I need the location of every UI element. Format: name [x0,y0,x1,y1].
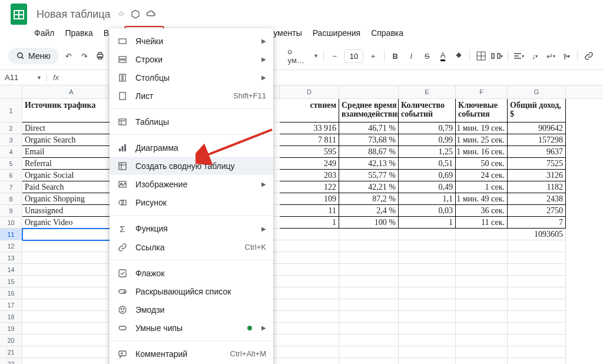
row-header[interactable]: 17 [0,299,22,311]
cell[interactable] [456,252,508,264]
move-icon[interactable] [131,9,140,19]
insert-menu-image[interactable]: Изображение▶ [110,175,273,193]
cell[interactable] [399,276,456,287]
cell[interactable]: Organic Video [22,217,121,229]
insert-menu-cols[interactable]: Столбцы▶ [110,68,273,87]
cell[interactable]: 7 811 [280,134,339,146]
cell[interactable]: Общий доход, $ [508,99,566,123]
cell[interactable]: Paid Search [22,181,121,193]
cell[interactable] [399,264,456,276]
cell[interactable] [399,240,456,252]
row-header[interactable]: 21 [0,346,22,358]
cell[interactable]: 88,67 % [339,146,399,158]
cell[interactable] [280,335,339,346]
cell[interactable]: 909642 [508,123,566,134]
row-header[interactable]: 7 [0,181,22,193]
cell[interactable] [508,240,566,252]
cell[interactable]: 0,69 [399,170,456,181]
cell[interactable] [339,240,399,252]
cell[interactable] [339,299,399,311]
row-header[interactable]: 5 [0,158,22,170]
cell[interactable] [339,358,399,364]
redo-button[interactable]: ↷ [78,48,91,64]
insert-menu-checkbox[interactable]: Флажок [110,264,273,282]
row-header[interactable]: 18 [0,311,22,323]
cell[interactable]: 1 мин. 25 сек. [456,134,508,146]
cell[interactable] [399,346,456,358]
cell[interactable]: 50 сек. [456,158,508,170]
cell[interactable]: 1 сек. [456,181,508,193]
cell[interactable] [508,358,566,364]
cell[interactable] [399,335,456,346]
cell[interactable]: 33 916 [280,123,339,134]
cell[interactable]: 157298 [508,134,566,146]
cell[interactable] [456,276,508,287]
cell[interactable]: 24 сек. [456,170,508,181]
increase-font-button[interactable]: + [367,48,379,64]
cell[interactable] [22,358,121,364]
cell[interactable] [339,335,399,346]
cell[interactable] [456,346,508,358]
cell[interactable]: 42,21 % [339,181,399,193]
cell[interactable]: 42,13 % [339,158,399,170]
cell[interactable] [399,358,456,364]
cell[interactable]: Referral [22,158,121,170]
rotate-button[interactable]: A▾ [560,48,572,64]
cell[interactable]: 1 [280,217,339,229]
cell[interactable] [456,264,508,276]
cell[interactable] [339,311,399,323]
cell[interactable]: 46,71 % [339,123,399,134]
cell[interactable] [280,299,339,311]
cell[interactable] [22,240,121,252]
cell[interactable] [508,287,566,299]
link-button[interactable] [582,48,595,64]
cell[interactable]: 2750 [508,205,566,217]
cell[interactable] [456,335,508,346]
cell[interactable]: 1 мин. 16 сек. [456,146,508,158]
row-header[interactable]: 4 [0,146,22,158]
cell[interactable]: Organic Social [22,170,121,181]
cell[interactable] [508,252,566,264]
cell[interactable] [508,299,566,311]
cell[interactable] [399,287,456,299]
cell[interactable] [22,276,121,287]
row-header[interactable]: 9 [0,205,22,217]
star-icon[interactable]: ☆ [118,9,125,19]
cell[interactable]: Organic Search [22,134,121,146]
col-header-A[interactable]: A [22,85,121,98]
cell[interactable]: 0,51 [399,158,456,170]
insert-menu-pivot[interactable]: Создать сводную таблицу [110,157,273,175]
cell[interactable] [22,252,121,264]
cell[interactable] [456,240,508,252]
cell[interactable]: 1 мин. 49 сек. [456,193,508,205]
cell[interactable] [22,311,121,323]
cell[interactable]: 1,25 [399,146,456,158]
insert-menu-link[interactable]: СсылкаCtrl+K [110,238,273,256]
cell[interactable] [280,240,339,252]
cell[interactable] [508,346,566,358]
cell[interactable]: 0,99 [399,134,456,146]
insert-menu-comment[interactable]: КомментарийCtrl+Alt+M [110,345,273,363]
cell[interactable]: Среднее время взаимодействия [339,99,399,123]
cell[interactable]: 9637 [508,146,566,158]
cell[interactable] [280,276,339,287]
cell[interactable] [280,311,339,323]
cell[interactable]: 2,4 % [339,205,399,217]
cell[interactable]: 0,79 [399,123,456,134]
menu-правка[interactable]: Правка [60,26,97,40]
cell[interactable] [22,299,121,311]
cell[interactable] [456,229,508,240]
cell[interactable] [280,323,339,335]
merge-button[interactable]: ▾ [491,48,503,64]
menu-файл[interactable]: Файл [29,26,59,40]
insert-menu-chips[interactable]: Умные чипы▶ [110,319,273,337]
row-header[interactable]: 8 [0,193,22,205]
cell[interactable]: 0,03 [399,205,456,217]
cell[interactable] [399,252,456,264]
cell[interactable] [280,358,339,364]
borders-button[interactable] [475,48,487,64]
col-header-G[interactable]: G [508,85,566,98]
undo-button[interactable]: ↶ [62,48,75,64]
cell[interactable]: 2438 [508,193,566,205]
menu-search[interactable]: Меню [8,48,59,64]
